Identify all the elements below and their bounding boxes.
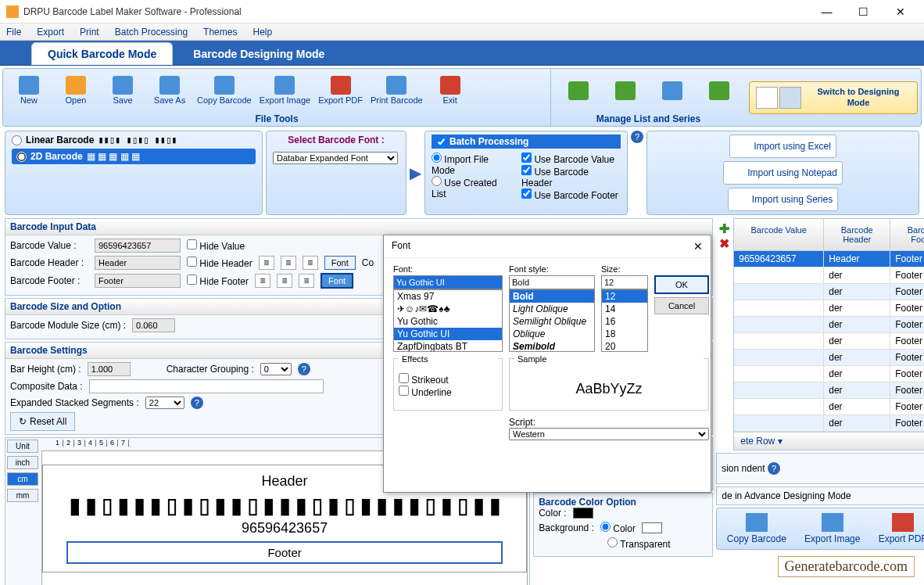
barcode-header-input[interactable] [95, 256, 181, 270]
linear-barcode-radio[interactable]: Linear Barcode▮▮▯▮ ▮▯▮▯ ▮▮▯▮ [12, 135, 256, 145]
align-center-button[interactable]: ≡ [281, 256, 296, 270]
use-value-check[interactable] [521, 153, 532, 163]
hide-value-check[interactable] [187, 239, 197, 249]
footer-align-center[interactable]: ≡ [277, 274, 292, 288]
import-excel-button[interactable]: Import using Excel [729, 135, 836, 158]
toolbar: New Open Save Save As Copy Barcode Expor… [2, 68, 922, 127]
2d-barcode-radio[interactable]: 2D Barcode▦ ▦ ▦ ▦ ▦ [12, 149, 256, 164]
export-image-button-2[interactable]: Export Image [804, 513, 860, 544]
font-dialog: Font ✕ Font: Xmas 97 ✈☺♪✉☎♠♣ Yu Gothic Y… [383, 235, 711, 493]
new-button[interactable]: New [9, 71, 48, 109]
help-icon[interactable]: ? [768, 462, 780, 475]
composite-input[interactable] [89, 379, 324, 393]
align-left-button[interactable]: ≡ [259, 256, 274, 270]
import-series-button[interactable]: Import using Series [728, 188, 838, 211]
manage-label: Manage List and Series [551, 112, 746, 126]
font-cancel-button[interactable]: Cancel [654, 297, 709, 314]
manage-list-icon[interactable] [606, 71, 645, 109]
import-file-radio[interactable] [432, 153, 442, 163]
font-size-input[interactable] [601, 275, 648, 289]
segments-select[interactable]: 22 [145, 397, 184, 409]
tab-quick-barcode[interactable]: Quick Barcode Mode [31, 42, 173, 65]
bg-transparent-radio[interactable] [607, 537, 618, 547]
help-icon[interactable]: ? [631, 131, 643, 143]
batch-processing-check[interactable] [436, 137, 446, 147]
export-pdf-button[interactable]: Export PDF [318, 71, 363, 109]
font-sample: AaBbYyZz [514, 373, 704, 405]
exit-button[interactable]: Exit [431, 71, 470, 109]
font-ok-button[interactable]: OK [654, 275, 709, 294]
menu-print[interactable]: Print [80, 27, 99, 38]
export-pdf-button-2[interactable]: Export PDF [879, 513, 924, 544]
add-row-icon[interactable]: ✚ [719, 221, 730, 236]
import-notepad-button[interactable]: Import using Notepad [723, 161, 843, 185]
print-barcode-button[interactable]: Print Barcode [371, 71, 423, 109]
menu-themes[interactable]: Themes [203, 27, 237, 38]
underline-check[interactable] [399, 386, 409, 396]
data-grid[interactable]: 96596423657HeaderFooter1 derFooter1 derF… [734, 251, 924, 432]
char-group-select[interactable]: 0 [260, 363, 292, 375]
barcode-font-select[interactable]: Databar Expanded Font [273, 152, 398, 164]
bar-height-input[interactable] [88, 362, 131, 376]
open-button[interactable]: Open [56, 71, 95, 109]
saveas-button[interactable]: Save As [150, 71, 189, 109]
titlebar: DRPU Barcode Label Maker Software - Prof… [0, 0, 924, 23]
font-dialog-close[interactable]: ✕ [693, 240, 703, 253]
align-right-button[interactable]: ≡ [303, 256, 318, 270]
font-size-list[interactable]: 12 14 16 18 20 22 24 [601, 289, 648, 352]
switch-mode-button[interactable]: Switch to Designing Mode [749, 81, 918, 114]
header-font-button[interactable]: Font [324, 256, 356, 270]
unit-inch-button[interactable]: inch [7, 456, 38, 469]
created-list-radio[interactable] [432, 176, 442, 186]
font-style-input[interactable] [509, 275, 595, 289]
delete-row-dropdown[interactable]: ete Row ▾ [740, 436, 782, 447]
font-list[interactable]: Xmas 97 ✈☺♪✉☎♠♣ Yu Gothic Yu Gothic UI Z… [393, 289, 503, 352]
bg-color-swatch[interactable] [642, 522, 662, 533]
copy-barcode-button[interactable]: Copy Barcode [197, 71, 252, 109]
menu-file[interactable]: File [6, 27, 21, 38]
reset-all-button[interactable]: ↻ Reset All [10, 412, 75, 431]
hide-header-check[interactable] [187, 257, 197, 267]
use-footer-check[interactable] [521, 188, 532, 199]
barcode-footer-input[interactable] [95, 274, 181, 288]
menu-batch[interactable]: Batch Processing [115, 27, 188, 38]
input-data-title: Barcode Input Data [5, 219, 712, 235]
unit-mm-button[interactable]: mm [7, 489, 38, 502]
footer-align-right[interactable]: ≡ [299, 274, 314, 288]
preview-bars: ▮▮▯▮▮▮▯▮▯▮▮▯▮▮▮▯▮▯▮▮▮▮▯▮▯▮▮ [66, 494, 503, 517]
close-button[interactable]: ✕ [883, 1, 918, 23]
save-button[interactable]: Save [103, 71, 142, 109]
menu-help[interactable]: Help [252, 27, 272, 38]
script-select[interactable]: Western [509, 428, 709, 440]
use-header-check[interactable] [521, 165, 532, 175]
strikeout-check[interactable] [399, 373, 409, 383]
menu-export[interactable]: Export [37, 27, 64, 38]
maximize-button[interactable]: ☐ [846, 1, 881, 23]
manage-edit-icon[interactable] [559, 71, 598, 109]
manage-fx-icon[interactable] [653, 71, 692, 109]
font-name-input[interactable] [393, 275, 503, 289]
module-size-input[interactable] [132, 318, 175, 332]
manage-swap-icon[interactable] [700, 71, 739, 109]
file-tools-label: File Tools [3, 112, 550, 126]
delete-row-icon[interactable]: ✖ [719, 236, 730, 251]
help-icon[interactable]: ? [298, 363, 310, 375]
export-image-button[interactable]: Export Image [260, 71, 310, 109]
bc-color-swatch[interactable] [573, 508, 593, 519]
footer-font-button[interactable]: Font [321, 273, 353, 289]
select-font-label: Select Barcode Font : [273, 135, 399, 145]
bg-color-radio[interactable] [600, 522, 611, 532]
font-style-list[interactable]: Bold Light Oblique Semilight Oblique Obl… [509, 289, 595, 352]
minimize-button[interactable]: — [809, 1, 844, 23]
barcode-value-input[interactable] [95, 239, 181, 253]
watermark: Generatebarcode.com [778, 556, 915, 577]
copy-barcode-button-2[interactable]: Copy Barcode [727, 513, 786, 544]
help-icon[interactable]: ? [191, 397, 203, 409]
window-title: DRPU Barcode Label Maker Software - Prof… [23, 6, 809, 17]
hide-footer-check[interactable] [187, 275, 197, 285]
unit-cm-button[interactable]: cm [7, 472, 38, 486]
preview-footer: Footer [66, 541, 503, 564]
tab-designing-mode[interactable]: Barcode Designing Mode [177, 43, 340, 65]
unit-label: Unit [7, 440, 38, 453]
footer-align-left[interactable]: ≡ [255, 274, 270, 288]
